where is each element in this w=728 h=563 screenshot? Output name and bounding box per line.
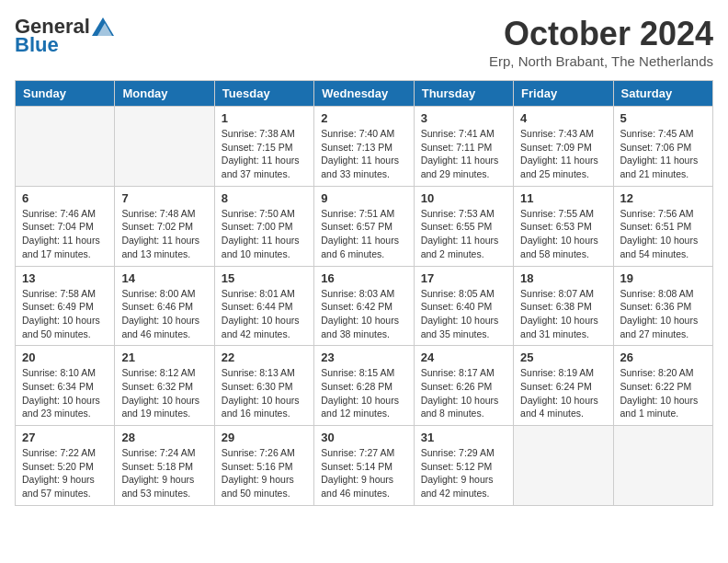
- day-detail: Sunrise: 8:00 AMSunset: 6:46 PMDaylight:…: [121, 287, 207, 341]
- day-number: 3: [421, 111, 506, 125]
- calendar-week-row: 6Sunrise: 7:46 AMSunset: 7:04 PMDaylight…: [16, 186, 713, 266]
- calendar-header-saturday: Saturday: [613, 81, 712, 107]
- day-detail: Sunrise: 7:56 AMSunset: 6:51 PMDaylight:…: [620, 207, 706, 261]
- day-number: 12: [620, 191, 706, 205]
- day-number: 6: [22, 191, 108, 205]
- day-number: 4: [520, 111, 606, 125]
- calendar-day-cell: 12Sunrise: 7:56 AMSunset: 6:51 PMDayligh…: [613, 186, 712, 266]
- day-detail: Sunrise: 7:50 AMSunset: 7:00 PMDaylight:…: [222, 207, 307, 261]
- calendar-header-thursday: Thursday: [414, 81, 513, 107]
- calendar-day-cell: [16, 107, 115, 187]
- day-number: 2: [321, 111, 406, 125]
- day-detail: Sunrise: 7:53 AMSunset: 6:55 PMDaylight:…: [421, 207, 506, 261]
- day-number: 9: [321, 191, 406, 205]
- day-number: 10: [421, 191, 506, 205]
- day-detail: Sunrise: 7:55 AMSunset: 6:53 PMDaylight:…: [520, 207, 606, 261]
- calendar-day-cell: 24Sunrise: 8:17 AMSunset: 6:26 PMDayligh…: [414, 346, 513, 426]
- calendar-day-cell: 17Sunrise: 8:05 AMSunset: 6:40 PMDayligh…: [414, 266, 513, 346]
- calendar-day-cell: 27Sunrise: 7:22 AMSunset: 5:20 PMDayligh…: [16, 426, 115, 506]
- day-detail: Sunrise: 8:08 AMSunset: 6:36 PMDaylight:…: [620, 287, 706, 341]
- day-number: 21: [121, 350, 207, 364]
- day-number: 29: [222, 431, 307, 444]
- title-section: October 2024 Erp, North Brabant, The Net…: [489, 15, 713, 69]
- calendar-day-cell: 8Sunrise: 7:50 AMSunset: 7:00 PMDaylight…: [214, 186, 313, 266]
- calendar-day-cell: 21Sunrise: 8:12 AMSunset: 6:32 PMDayligh…: [115, 346, 214, 426]
- calendar-day-cell: 28Sunrise: 7:24 AMSunset: 5:18 PMDayligh…: [115, 426, 214, 506]
- calendar-week-row: 1Sunrise: 7:38 AMSunset: 7:15 PMDaylight…: [16, 107, 713, 187]
- day-number: 25: [520, 350, 606, 364]
- day-detail: Sunrise: 8:05 AMSunset: 6:40 PMDaylight:…: [421, 287, 506, 341]
- calendar-day-cell: 13Sunrise: 7:58 AMSunset: 6:49 PMDayligh…: [16, 266, 115, 346]
- day-number: 30: [321, 431, 406, 444]
- day-detail: Sunrise: 7:38 AMSunset: 7:15 PMDaylight:…: [222, 127, 307, 181]
- calendar-day-cell: 31Sunrise: 7:29 AMSunset: 5:12 PMDayligh…: [414, 426, 513, 506]
- calendar-day-cell: 6Sunrise: 7:46 AMSunset: 7:04 PMDaylight…: [16, 186, 115, 266]
- day-detail: Sunrise: 7:45 AMSunset: 7:06 PMDaylight:…: [620, 127, 706, 181]
- day-detail: Sunrise: 8:07 AMSunset: 6:38 PMDaylight:…: [520, 287, 606, 341]
- day-detail: Sunrise: 7:41 AMSunset: 7:11 PMDaylight:…: [421, 127, 506, 181]
- calendar-header-wednesday: Wednesday: [314, 81, 414, 107]
- day-number: 19: [620, 271, 706, 285]
- calendar-day-cell: 18Sunrise: 8:07 AMSunset: 6:38 PMDayligh…: [514, 266, 613, 346]
- day-detail: Sunrise: 7:24 AMSunset: 5:18 PMDaylight:…: [121, 446, 207, 500]
- day-number: 24: [421, 350, 506, 364]
- calendar-header-friday: Friday: [514, 81, 613, 107]
- calendar-day-cell: 16Sunrise: 8:03 AMSunset: 6:42 PMDayligh…: [314, 266, 414, 346]
- calendar-day-cell: 15Sunrise: 8:01 AMSunset: 6:44 PMDayligh…: [214, 266, 313, 346]
- day-detail: Sunrise: 7:40 AMSunset: 7:13 PMDaylight:…: [321, 127, 406, 181]
- day-detail: Sunrise: 7:58 AMSunset: 6:49 PMDaylight:…: [22, 287, 108, 341]
- calendar-day-cell: [115, 107, 214, 187]
- day-detail: Sunrise: 8:12 AMSunset: 6:32 PMDaylight:…: [121, 366, 207, 420]
- day-number: 14: [121, 271, 207, 285]
- calendar-day-cell: 4Sunrise: 7:43 AMSunset: 7:09 PMDaylight…: [514, 107, 613, 187]
- calendar-day-cell: 5Sunrise: 7:45 AMSunset: 7:06 PMDaylight…: [613, 107, 712, 187]
- calendar-day-cell: 1Sunrise: 7:38 AMSunset: 7:15 PMDaylight…: [214, 107, 313, 187]
- day-detail: Sunrise: 8:15 AMSunset: 6:28 PMDaylight:…: [321, 366, 406, 420]
- day-detail: Sunrise: 8:03 AMSunset: 6:42 PMDaylight:…: [321, 287, 406, 341]
- calendar-day-cell: 14Sunrise: 8:00 AMSunset: 6:46 PMDayligh…: [115, 266, 214, 346]
- calendar-day-cell: 20Sunrise: 8:10 AMSunset: 6:34 PMDayligh…: [16, 346, 115, 426]
- day-number: 13: [22, 271, 108, 285]
- calendar-day-cell: 3Sunrise: 7:41 AMSunset: 7:11 PMDaylight…: [414, 107, 513, 187]
- calendar-day-cell: 23Sunrise: 8:15 AMSunset: 6:28 PMDayligh…: [314, 346, 414, 426]
- calendar-day-cell: 30Sunrise: 7:27 AMSunset: 5:14 PMDayligh…: [314, 426, 414, 506]
- day-detail: Sunrise: 8:19 AMSunset: 6:24 PMDaylight:…: [520, 366, 606, 420]
- day-number: 8: [222, 191, 307, 205]
- calendar-day-cell: 29Sunrise: 7:26 AMSunset: 5:16 PMDayligh…: [214, 426, 313, 506]
- calendar-day-cell: 7Sunrise: 7:48 AMSunset: 7:02 PMDaylight…: [115, 186, 214, 266]
- calendar-day-cell: 19Sunrise: 8:08 AMSunset: 6:36 PMDayligh…: [613, 266, 712, 346]
- logo-blue-text: Blue: [15, 33, 59, 57]
- day-detail: Sunrise: 8:13 AMSunset: 6:30 PMDaylight:…: [222, 366, 307, 420]
- day-number: 7: [121, 191, 207, 205]
- day-number: 18: [520, 271, 606, 285]
- day-number: 23: [321, 350, 406, 364]
- calendar-week-row: 13Sunrise: 7:58 AMSunset: 6:49 PMDayligh…: [16, 266, 713, 346]
- calendar-day-cell: 22Sunrise: 8:13 AMSunset: 6:30 PMDayligh…: [214, 346, 313, 426]
- day-number: 5: [620, 111, 706, 125]
- day-detail: Sunrise: 7:48 AMSunset: 7:02 PMDaylight:…: [121, 207, 207, 261]
- day-detail: Sunrise: 7:29 AMSunset: 5:12 PMDaylight:…: [421, 446, 506, 500]
- day-detail: Sunrise: 7:26 AMSunset: 5:16 PMDaylight:…: [222, 446, 307, 500]
- day-number: 17: [421, 271, 506, 285]
- day-detail: Sunrise: 7:51 AMSunset: 6:57 PMDaylight:…: [321, 207, 406, 261]
- calendar-day-cell: 9Sunrise: 7:51 AMSunset: 6:57 PMDaylight…: [314, 186, 414, 266]
- calendar-header-row: SundayMondayTuesdayWednesdayThursdayFrid…: [16, 81, 713, 107]
- day-detail: Sunrise: 7:43 AMSunset: 7:09 PMDaylight:…: [520, 127, 606, 181]
- month-title: October 2024: [489, 15, 713, 53]
- day-number: 1: [222, 111, 307, 125]
- day-number: 20: [22, 350, 108, 364]
- day-number: 26: [620, 350, 706, 364]
- calendar-day-cell: 10Sunrise: 7:53 AMSunset: 6:55 PMDayligh…: [414, 186, 513, 266]
- day-number: 27: [22, 431, 108, 444]
- day-number: 16: [321, 271, 406, 285]
- calendar-day-cell: 25Sunrise: 8:19 AMSunset: 6:24 PMDayligh…: [514, 346, 613, 426]
- calendar-day-cell: 11Sunrise: 7:55 AMSunset: 6:53 PMDayligh…: [514, 186, 613, 266]
- day-detail: Sunrise: 8:10 AMSunset: 6:34 PMDaylight:…: [22, 366, 108, 420]
- calendar-day-cell: [514, 426, 613, 506]
- day-number: 31: [421, 431, 506, 444]
- day-number: 28: [121, 431, 207, 444]
- day-number: 11: [520, 191, 606, 205]
- logo-icon: [92, 17, 114, 36]
- calendar-day-cell: 26Sunrise: 8:20 AMSunset: 6:22 PMDayligh…: [613, 346, 712, 426]
- day-detail: Sunrise: 8:01 AMSunset: 6:44 PMDaylight:…: [222, 287, 307, 341]
